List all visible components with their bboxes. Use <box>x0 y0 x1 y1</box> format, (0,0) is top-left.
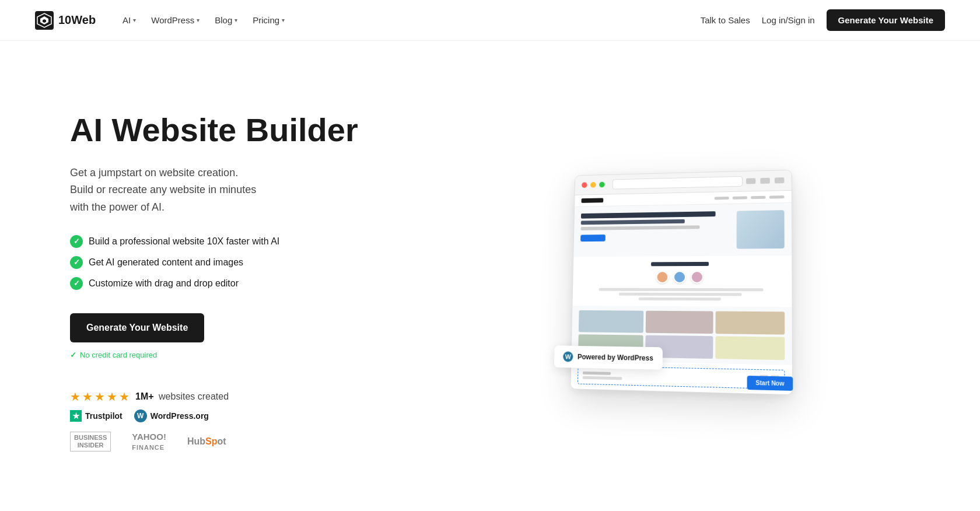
hero-features-list: Build a professional website 10X faster … <box>70 235 408 290</box>
chevron-down-icon: ▾ <box>235 17 237 23</box>
login-signin-button[interactable]: Log in/Sign in <box>762 15 815 25</box>
nav-right: Talk to Sales Log in/Sign in Generate Yo… <box>701 9 945 31</box>
generate-website-hero-button[interactable]: Generate Your Website <box>70 313 204 342</box>
browser-nav-icons <box>746 177 784 184</box>
avatar <box>656 271 668 284</box>
check-icon <box>70 277 83 290</box>
press-logos: BUSINESSINSIDER YAHOO!FINANCE HubSpot <box>70 432 408 452</box>
wordpress-icon <box>563 351 573 362</box>
logo[interactable]: 10Web <box>35 11 96 30</box>
star-rating: ★ ★ ★ ★ ★ <box>70 390 130 404</box>
site-hero <box>573 203 792 257</box>
feature-item: Build a professional website 10X faster … <box>70 235 408 248</box>
social-proof: ★ ★ ★ ★ ★ 1M+ websites created Trustpilo… <box>70 390 408 422</box>
trustpilot-badge: Trustpilot <box>70 410 123 422</box>
feature-item: Get AI generated content and images <box>70 256 408 269</box>
nav-links: AI ▾ WordPress ▾ Blog ▾ Pricing ▾ <box>117 12 290 29</box>
hero-section: AI Website Builder Get a jumpstart on we… <box>0 41 980 511</box>
nav-left: 10Web AI ▾ WordPress ▾ Blog ▾ Pricing ▾ <box>35 11 290 30</box>
wordpress-icon <box>134 410 147 422</box>
site-logo-placeholder <box>582 198 604 202</box>
star-icon: ★ <box>94 390 105 404</box>
browser-nav-icon <box>746 178 755 184</box>
star-icon: ★ <box>70 390 80 404</box>
star-icon: ★ <box>82 390 93 404</box>
site-hero-image <box>737 210 785 249</box>
browser-maximize-dot <box>599 182 605 188</box>
stars-row: ★ ★ ★ ★ ★ 1M+ websites created <box>70 390 408 404</box>
business-insider-logo: BUSINESSINSIDER <box>70 432 111 452</box>
check-icon <box>70 256 83 269</box>
browser-nav-icon <box>775 177 784 183</box>
feature-item: Customize with drag and drop editor <box>70 277 408 290</box>
star-icon: ★ <box>119 390 130 404</box>
generate-website-nav-button[interactable]: Generate Your Website <box>827 9 945 31</box>
start-now-button[interactable]: Start Now <box>747 376 793 391</box>
navigation: 10Web AI ▾ WordPress ▾ Blog ▾ Pricing ▾ … <box>0 0 980 41</box>
site-testimonials <box>572 256 792 307</box>
hero-left: AI Website Builder Get a jumpstart on we… <box>70 112 408 452</box>
browser-minimize-dot <box>590 182 596 188</box>
website-mockup: Powered by WordPress Start Now <box>553 158 805 410</box>
star-icon: ★ <box>107 390 117 404</box>
trust-row: Trustpilot WordPress.org <box>70 410 408 422</box>
check-icon <box>70 235 83 248</box>
talk-to-sales-button[interactable]: Talk to Sales <box>701 15 750 25</box>
hero-title: AI Website Builder <box>70 112 408 148</box>
nav-wordpress[interactable]: WordPress ▾ <box>145 12 205 29</box>
nav-blog[interactable]: Blog ▾ <box>209 12 243 29</box>
nav-ai[interactable]: AI ▾ <box>117 12 142 29</box>
nav-pricing[interactable]: Pricing ▾ <box>247 12 290 29</box>
chevron-down-icon: ▾ <box>133 17 136 23</box>
hero-description: Get a jumpstart on website creation. Bui… <box>70 164 408 216</box>
avatar <box>691 271 704 284</box>
chevron-down-icon: ▾ <box>282 17 285 23</box>
trustpilot-icon <box>70 410 82 422</box>
powered-by-wordpress-card: Powered by WordPress <box>554 345 663 369</box>
logo-icon <box>35 11 54 30</box>
logo-text: 10Web <box>58 13 96 27</box>
no-credit-card-text: No credit card required <box>70 351 408 359</box>
browser-close-dot <box>582 182 587 188</box>
hubspot-logo: HubSpot <box>187 436 226 447</box>
websites-count: 1M+ websites created <box>135 391 229 402</box>
chevron-down-icon: ▾ <box>197 17 200 23</box>
browser-url-bar <box>612 176 743 190</box>
hero-right: Powered by WordPress Start Now <box>408 159 945 404</box>
browser-nav-icon <box>760 178 769 184</box>
yahoo-finance-logo: YAHOO!FINANCE <box>132 432 166 452</box>
avatar <box>673 271 686 284</box>
wordpress-badge: WordPress.org <box>134 410 209 422</box>
